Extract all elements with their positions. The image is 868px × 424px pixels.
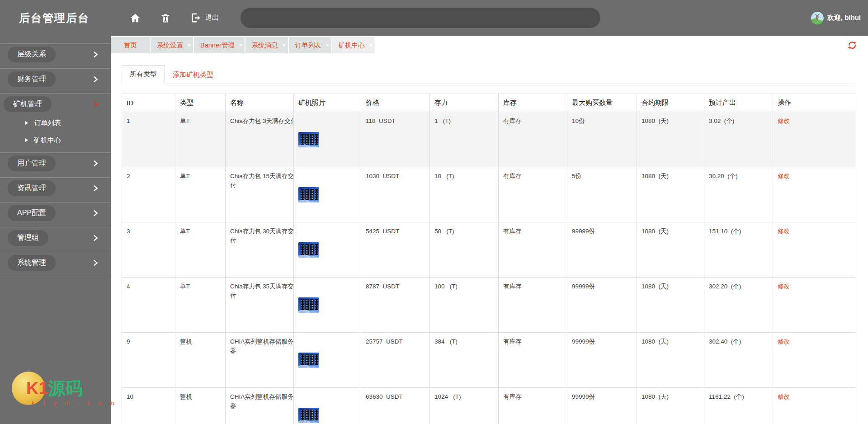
edit-link[interactable]: 修改	[778, 283, 790, 290]
column-header: ID	[122, 94, 175, 112]
cell-type: 单T	[180, 173, 190, 179]
subtab-row: 所有类型 添加矿机类型	[122, 65, 856, 84]
edit-link[interactable]: 修改	[778, 173, 790, 179]
tab-订单列表[interactable]: 订单列表 ×	[289, 37, 332, 53]
cell-max-buy: 99999份	[572, 283, 595, 290]
sidebar-item-label: 财务管理	[17, 75, 46, 83]
watermark-brand: K1	[26, 379, 48, 398]
chevron-right-icon	[92, 51, 99, 58]
sidebar-item[interactable]: 矿机管理 订单列表 矿机中心	[0, 94, 111, 153]
tab-系统设置[interactable]: 系统设置 ×	[151, 37, 194, 53]
sidebar-menu: 层级关系 财务管理 矿机管理 订单列表 矿机中心 用户管理	[0, 43, 111, 277]
chevron-right-icon	[92, 210, 99, 217]
table-row: 3 单T Chia存力包 30天满存交 付	[122, 222, 856, 278]
cell-id: 4	[127, 283, 130, 290]
chevron-right-icon	[92, 76, 99, 83]
edit-link[interactable]: 修改	[778, 338, 790, 345]
cell-output: 30.20 (个)	[709, 173, 738, 179]
sidebar-item[interactable]: 用户管理	[0, 153, 111, 178]
subtab-all-types[interactable]: 所有类型	[122, 65, 165, 84]
watermark-domain: k 1 y m . c o m	[32, 400, 118, 406]
search-input[interactable]	[241, 8, 600, 28]
cell-id: 9	[127, 338, 130, 345]
cell-power: 10 (T)	[434, 173, 454, 179]
cell-term: 1080 (天)	[642, 338, 669, 345]
sidebar-item[interactable]: 管理组	[0, 227, 111, 252]
chevron-right-icon	[92, 235, 99, 241]
sidebar-item-label: 矿机管理	[13, 100, 42, 108]
sidebar-subitem[interactable]: 订单列表	[0, 114, 111, 132]
cell-type: 单T	[180, 118, 190, 124]
tab-label: 订单列表	[295, 41, 321, 50]
cell-output: 3.02 (个)	[709, 118, 734, 124]
table-header-row: ID类型名称矿机照片价格存力库存最大购买数量合约期限预计产出操作	[122, 94, 856, 112]
cell-power: 1 (T)	[434, 118, 451, 124]
caret-right-icon	[25, 138, 28, 142]
search-bar	[241, 8, 600, 28]
tab-Banner管理[interactable]: Banner管理 ×	[194, 37, 245, 53]
sidebar-subitem-label: 订单列表	[34, 119, 61, 127]
caret-right-icon	[25, 121, 28, 125]
tab-bar: 首页 × 系统设置 × Banner管理 × 系统消息 × 订单列表 × 矿机中…	[111, 37, 868, 53]
cell-price: 63630 USDT	[366, 393, 403, 400]
sidebar-item[interactable]: 层级关系	[0, 44, 111, 69]
edit-link[interactable]: 修改	[778, 228, 790, 235]
cell-power: 1024 (T)	[434, 393, 461, 400]
tab-close-icon[interactable]: ×	[239, 42, 242, 48]
edit-link[interactable]: 修改	[778, 393, 790, 400]
table-row: 4 单T Chia存力包 35天满存交 付	[122, 278, 856, 333]
cell-price: 5425 USDT	[366, 228, 399, 235]
column-header: 库存	[499, 94, 567, 112]
sidebar-item[interactable]: 系统管理	[0, 252, 111, 277]
cell-price: 1030 USDT	[366, 173, 399, 179]
sidebar-item-label: 管理组	[17, 234, 39, 241]
edit-link[interactable]: 修改	[778, 118, 790, 124]
table-row: 9 整机 CHIA实列整机存储服务 器	[122, 333, 856, 388]
table-row: 10 整机 CHIA实列整机存储服务 器	[122, 388, 856, 424]
trash-icon[interactable]	[160, 13, 171, 24]
tab-label: 系统消息	[252, 41, 278, 50]
sidebar-item-label: 系统管理	[17, 259, 46, 266]
sidebar-item[interactable]: 财务管理	[0, 69, 111, 94]
table-row: 2 单T Chia存力包 15天满存交 付	[122, 167, 856, 222]
refresh-icon[interactable]	[847, 40, 857, 50]
tab-close-icon[interactable]: ×	[283, 42, 286, 48]
cell-type: 整机	[180, 393, 192, 400]
watermark: K1源码 k 1 y m . c o m	[12, 371, 107, 414]
cell-name: CHIA实列整机存储服务 器	[230, 393, 293, 409]
cell-output: 302.40 (个)	[709, 338, 741, 345]
cell-max-buy: 5份	[572, 173, 581, 179]
cell-power: 50 (T)	[434, 228, 454, 235]
cell-stock: 有库存	[503, 173, 522, 179]
cell-max-buy: 10份	[572, 118, 585, 124]
tab-label: Banner管理	[200, 41, 235, 50]
cell-stock: 有库存	[503, 283, 522, 290]
sidebar-item[interactable]: 资讯管理	[0, 178, 111, 203]
tab-close-icon[interactable]: ×	[369, 42, 373, 48]
logout-button[interactable]: 退出	[190, 12, 219, 24]
tab-矿机中心[interactable]: 矿机中心 ×	[332, 37, 376, 53]
cell-name: Chia存力包 30天满存交 付	[230, 228, 294, 244]
cell-term: 1080 (天)	[642, 118, 669, 124]
tab-label: 矿机中心	[339, 41, 365, 50]
sidebar-item-label: 用户管理	[17, 159, 46, 167]
tab-close-icon[interactable]: ×	[188, 42, 191, 48]
subtab-add-type[interactable]: 添加矿机类型	[165, 66, 221, 84]
tab-系统消息[interactable]: 系统消息 ×	[245, 37, 289, 53]
cell-id: 10	[127, 393, 133, 400]
sidebar-subitem[interactable]: 矿机中心	[0, 132, 111, 149]
column-header: 合约期限	[637, 94, 704, 112]
tabs-container: 首页 × 系统设置 × Banner管理 × 系统消息 × 订单列表 × 矿机中…	[111, 37, 868, 53]
column-header: 操作	[773, 94, 856, 112]
cell-term: 1080 (天)	[642, 393, 669, 400]
sidebar-item[interactable]: APP配置	[0, 203, 111, 227]
cell-price: 8787 USDT	[366, 283, 399, 290]
content: 所有类型 添加矿机类型 ID类型名称矿机照片价格存力库存最大购买数量合约期限预计…	[111, 53, 868, 424]
home-icon[interactable]	[129, 12, 141, 24]
tab-首页[interactable]: 首页 ×	[111, 37, 151, 53]
column-header: 存力	[430, 94, 499, 112]
tab-close-icon[interactable]: ×	[326, 42, 329, 48]
miner-photo-image	[298, 187, 319, 203]
app-title: 后台管理后台	[19, 11, 90, 25]
cell-name: Chia存力包 3天满存交付	[230, 118, 294, 124]
